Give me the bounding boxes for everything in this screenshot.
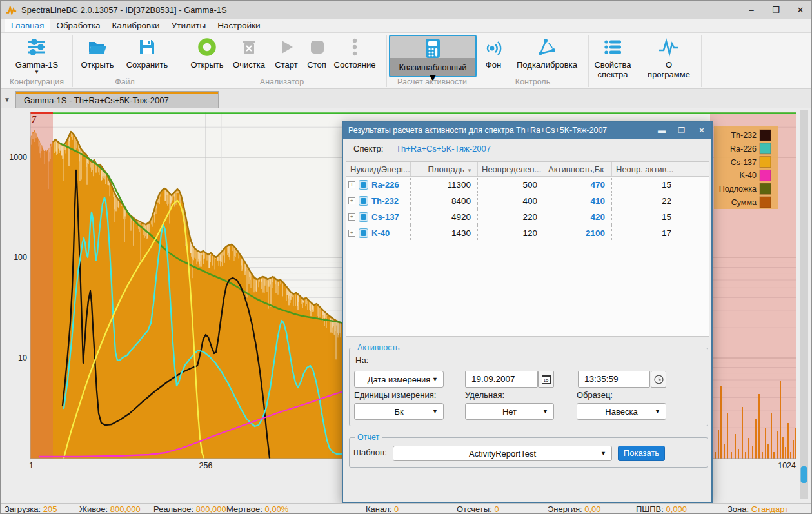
- file-save-button[interactable]: Сохранить: [121, 35, 173, 70]
- nuclide-checkbox[interactable]: [359, 228, 368, 238]
- y-tick: 1000: [9, 153, 27, 162]
- col-area[interactable]: Площадь▼: [411, 162, 478, 176]
- dots-icon: [330, 35, 379, 59]
- calendar-button[interactable]: 15: [538, 371, 554, 388]
- analyzer-state-button[interactable]: Состояние: [330, 35, 379, 70]
- nuclide-checkbox[interactable]: [359, 180, 368, 190]
- nuclide-checkbox[interactable]: [359, 212, 368, 222]
- dialog-titlebar[interactable]: Результаты расчета активности для спектр…: [343, 122, 711, 139]
- group-label-analizator: Анализатор: [177, 77, 386, 86]
- time-input[interactable]: 13:35:59: [578, 371, 650, 388]
- expand-plus-icon[interactable]: +: [348, 213, 355, 221]
- window-title: SpectraLineBG 2.0.13057 - ID[372B8531] -…: [21, 5, 227, 15]
- activity-results-dialog: Результаты расчета активности для спектр…: [342, 121, 713, 503]
- template-select[interactable]: ActivityReportTest▼: [393, 446, 612, 461]
- status-энергия: Энергия: 0,00: [548, 504, 601, 514]
- on-label: На:: [355, 355, 368, 365]
- config-gamma1s-button[interactable]: Gamma-1S ▼: [7, 35, 66, 74]
- analyzer-clear-button[interactable]: Очистка: [228, 35, 270, 70]
- spectrum-link[interactable]: Th+Ra+Cs+5K-Тяж-2007: [396, 144, 491, 153]
- group-label-raschet: Расчет активности: [388, 77, 477, 86]
- menubar: Главная Обработка Калибровки Утилиты Нас…: [1, 19, 811, 33]
- units-select[interactable]: Бк▼: [354, 403, 444, 420]
- menu-utility[interactable]: Утилиты: [166, 19, 212, 32]
- template-label: Шаблон:: [353, 448, 387, 457]
- nuclide-name: K-40: [371, 228, 390, 238]
- nuclide-checkbox[interactable]: [359, 196, 368, 206]
- clock-icon: [654, 375, 664, 384]
- dialog-close-icon[interactable]: ✕: [697, 126, 706, 135]
- play-icon: [272, 35, 301, 59]
- status-зона: Зона: Стандарт: [728, 504, 788, 514]
- expand-plus-icon[interactable]: +: [348, 197, 355, 204]
- minimize-icon[interactable]: –: [744, 5, 758, 15]
- document-tab-label: Gamma-1S - Th+Ra+Cs+5K-Тяж-2007: [16, 94, 218, 105]
- nuclide-table-body: + Ra-226 11300 500 470 15 + Th-232 8400 …: [346, 177, 709, 241]
- menu-kalibrovki[interactable]: Калибровки: [106, 19, 165, 32]
- expand-plus-icon[interactable]: +: [348, 230, 355, 237]
- menu-nastroyki[interactable]: Настройки: [212, 19, 266, 32]
- col-activity[interactable]: Активность,Бк: [544, 162, 612, 176]
- status-загрузка: Загрузка: 205: [5, 504, 57, 514]
- chevron-down-icon: ▼: [432, 376, 438, 382]
- y-tick: 100: [14, 253, 27, 262]
- background-button[interactable]: Фон: [480, 35, 506, 70]
- nuclide-row[interactable]: + Ra-226 11300 500 470 15: [346, 177, 709, 193]
- cell-activity-unc: 15: [612, 209, 678, 225]
- clock-button[interactable]: [651, 371, 666, 388]
- chart-scrollbar[interactable]: [800, 110, 808, 499]
- file-open-button[interactable]: Открыть: [75, 35, 119, 70]
- analyzer-stop-button[interactable]: Стоп: [302, 35, 332, 70]
- status-живое: Живое: 800,000: [79, 504, 141, 514]
- pulse-icon: [639, 35, 698, 59]
- dialog-maximize-icon[interactable]: ❒: [677, 126, 686, 135]
- document-tab[interactable]: Gamma-1S - Th+Ra+Cs+5K-Тяж-2007: [15, 91, 219, 108]
- nuclide-row[interactable]: + K-40 1430 120 2100 17: [346, 225, 709, 241]
- date-mode-select[interactable]: Дата измерения▼: [354, 371, 444, 388]
- specific-select[interactable]: Нет▼: [465, 403, 554, 420]
- tab-list-chevron-icon[interactable]: ▼: [4, 96, 10, 103]
- sample-label: Образец:: [577, 390, 613, 400]
- analyzer-open-button[interactable]: Открыть: [185, 35, 229, 70]
- ring-icon: [185, 35, 229, 59]
- dialog-title: Результаты расчета активности для спектр…: [343, 126, 607, 135]
- folder-open-icon: [75, 35, 119, 59]
- legend-swatch-Th-232: [760, 130, 771, 141]
- cell-area: 4920: [411, 209, 478, 225]
- quasi-template-button[interactable]: Квазишаблонный ▼: [389, 35, 477, 77]
- chart-scrollbar-thumb[interactable]: [801, 466, 807, 483]
- spectrum-properties-button[interactable]: Свойстваспектра: [589, 35, 636, 79]
- nuclide-table-header: Нуклид/Энерг... Площадь▼ Неопределен... …: [346, 162, 709, 177]
- nuclide-name: Th-232: [371, 196, 399, 206]
- sample-select[interactable]: Навеска▼: [577, 403, 666, 420]
- close-icon[interactable]: ✕: [793, 5, 807, 15]
- status-канал: Канал: 0: [366, 504, 399, 514]
- sliders-icon: [7, 35, 66, 59]
- cell-activity-unc: 17: [612, 225, 678, 241]
- nuclide-row[interactable]: + Th-232 8400 400 410 22: [346, 193, 709, 209]
- analyzer-start-button[interactable]: Старт: [272, 35, 301, 70]
- expand-plus-icon[interactable]: +: [348, 181, 355, 188]
- menu-glavnaya[interactable]: Главная: [5, 19, 50, 32]
- svg-text:Cs-137: Cs-137: [731, 158, 757, 167]
- col-activity-unc[interactable]: Неопр. актив...: [612, 162, 678, 176]
- cell-area: 8400: [411, 193, 478, 209]
- chevron-down-icon: ▼: [7, 70, 66, 74]
- date-input[interactable]: 19.09.2007: [465, 371, 538, 388]
- col-uncertainty[interactable]: Неопределен...: [478, 162, 544, 176]
- x-tick: 1: [29, 461, 34, 470]
- chevron-down-icon: ▼: [655, 408, 660, 415]
- maximize-icon[interactable]: ❒: [769, 5, 783, 15]
- col-nuclide[interactable]: Нуклид/Энерг...: [346, 162, 411, 176]
- about-button[interactable]: Опрограмме: [639, 35, 698, 79]
- menu-obrabotka[interactable]: Обработка: [50, 19, 106, 32]
- nuclide-name: Cs-137: [371, 212, 399, 222]
- dialog-minimize-icon[interactable]: ▬: [657, 126, 666, 135]
- svg-text:Подложка: Подложка: [719, 184, 757, 193]
- x-tick: 1024: [778, 461, 796, 470]
- nuclide-row[interactable]: + Cs-137 4920 220 420 15: [346, 209, 709, 225]
- subcalibration-button[interactable]: Подкалибровка: [508, 35, 586, 70]
- chevron-down-icon: ▼: [600, 450, 606, 457]
- show-report-button[interactable]: Показать: [618, 446, 665, 461]
- status-пшпв: ПШПВ: 0,000: [636, 504, 687, 514]
